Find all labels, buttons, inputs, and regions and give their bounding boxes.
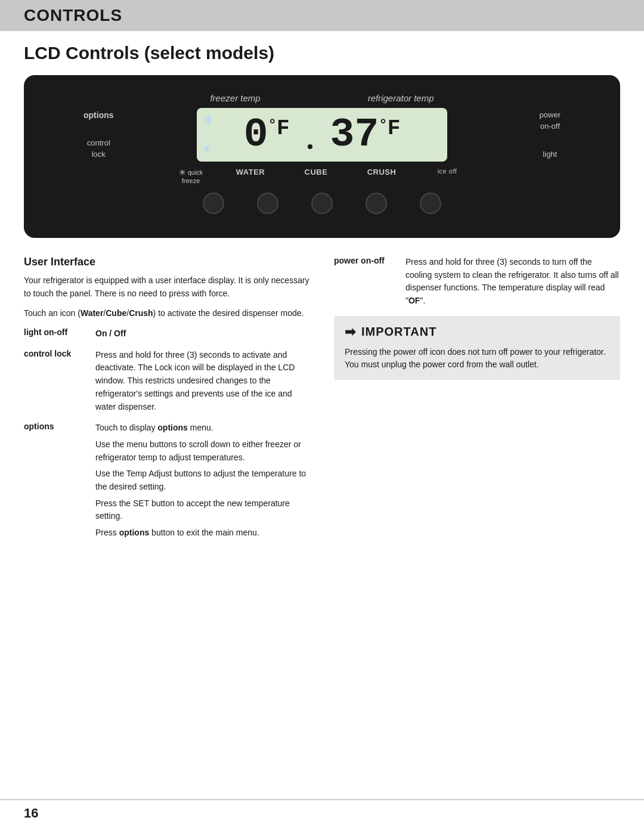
lcd-dot-3[interactable] <box>311 193 333 214</box>
options-label: options <box>83 110 114 120</box>
light-panel-label: light <box>543 149 557 159</box>
lcd-top-labels: freezer temp refrigerator temp <box>54 93 590 103</box>
user-interface-para2: Touch an icon (Water/Cube/Crush) to acti… <box>24 307 310 320</box>
ice-off-button-label[interactable]: ice off <box>438 168 457 175</box>
lcd-separator-dot <box>308 144 312 149</box>
lcd-dots-row <box>54 193 590 214</box>
water-button-label[interactable]: WATER <box>236 168 265 176</box>
bottom-rule <box>0 799 644 800</box>
lcd-screen: ✳ ✳ 0°F 37°F <box>197 108 447 162</box>
lcd-dot-5[interactable] <box>420 193 441 214</box>
freezer-temp-value: 0 <box>244 114 268 155</box>
power-on-off-term: power on-off <box>334 256 394 308</box>
cube-col: CUBE <box>283 168 349 184</box>
refrigerator-temp-value: 37 <box>330 114 379 155</box>
control-lock-def: Press and hold for three (3) seconds to … <box>95 349 310 413</box>
left-column: User Interface Your refrigerator is equi… <box>24 256 310 555</box>
crush-button-label[interactable]: CRUSH <box>367 168 397 176</box>
freezer-temp-display: 0°F <box>244 114 290 155</box>
lcd-dot-4[interactable] <box>366 193 387 214</box>
quick-freeze-label-text: quick <box>188 169 203 176</box>
light-on-off-def: On / Off <box>95 327 310 340</box>
snowflake-icon: ✳ <box>203 113 213 128</box>
term-control-lock: control lock Press and hold for three (3… <box>24 349 310 413</box>
important-title: IMPORTANT <box>361 325 436 339</box>
lcd-right-labels: power on-off light <box>540 110 561 160</box>
cube-button-label[interactable]: CUBE <box>305 168 328 176</box>
important-arrow-icon: ➡ <box>345 324 355 340</box>
quick-freeze-col: ✳ quick freeze <box>164 168 218 184</box>
control-lock-label: control <box>87 138 110 148</box>
options-term: options <box>24 422 83 547</box>
term-power-on-off: power on-off Press and hold for three (3… <box>334 256 620 308</box>
important-text: Pressing the power off icon does not tur… <box>345 346 609 371</box>
lcd-panel: freezer temp refrigerator temp options c… <box>24 75 620 238</box>
water-col: WATER <box>218 168 283 184</box>
light-on-off-term: light on-off <box>24 327 83 340</box>
refrigerator-temp-display: 37°F <box>330 114 401 155</box>
user-interface-para1: Your refrigerator is equipped with a use… <box>24 274 310 300</box>
options-def: Touch to display options menu. Use the m… <box>95 422 310 547</box>
lcd-dot-1[interactable] <box>203 193 224 214</box>
power-on-off-panel-label: power <box>540 110 561 120</box>
page-section-title: CONTROLS <box>24 6 620 25</box>
right-column: power on-off Press and hold for three (3… <box>334 256 620 555</box>
section-title: LCD Controls (select models) <box>24 43 620 63</box>
important-header: ➡ IMPORTANT <box>345 324 609 340</box>
control-lock-term: control lock <box>24 349 83 413</box>
term-options: options Touch to display options menu. U… <box>24 422 310 547</box>
lcd-display-row: options control lock ✳ ✳ 0°F <box>54 108 590 162</box>
important-box: ➡ IMPORTANT Pressing the power off icon … <box>334 316 620 380</box>
quick-freeze-snowflake-icon: ✳ <box>203 143 210 154</box>
refrigerator-temp-label: refrigerator temp <box>368 93 434 103</box>
freeze-label-text: freeze <box>182 177 200 184</box>
lcd-dot-2[interactable] <box>257 193 278 214</box>
freezer-temp-label: freezer temp <box>210 93 260 103</box>
main-content: User Interface Your refrigerator is equi… <box>24 256 620 555</box>
ice-off-col: ice off <box>414 168 480 184</box>
page-number: 16 <box>24 806 38 821</box>
power-on-off-def: Press and hold for three (3) seconds to … <box>405 256 620 308</box>
user-interface-title: User Interface <box>24 256 310 268</box>
term-light-on-off: light on-off On / Off <box>24 327 310 340</box>
crush-col: CRUSH <box>349 168 414 184</box>
quick-freeze-snowflake2-icon: ✳ <box>179 168 186 177</box>
lcd-left-labels: options control lock <box>83 110 114 160</box>
controls-header: CONTROLS <box>0 0 644 31</box>
